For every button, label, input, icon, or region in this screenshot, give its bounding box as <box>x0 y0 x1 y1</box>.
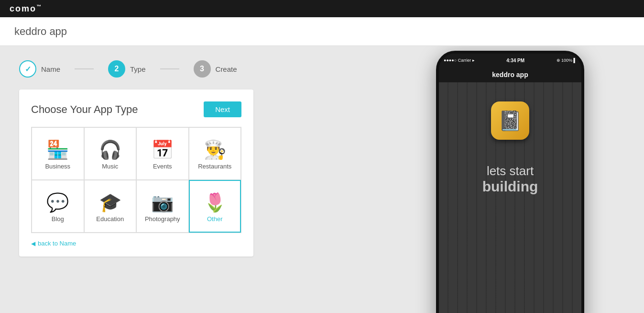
business-icon: 🏪 <box>46 141 69 159</box>
events-icon: 📅 <box>151 141 174 159</box>
app-type-music[interactable]: 🎧 Music <box>84 127 137 180</box>
step-type-label: Type <box>130 65 146 73</box>
blog-label: Blog <box>52 215 64 223</box>
app-type-restaurants[interactable]: 👨‍🍳 Restaurants <box>189 127 241 180</box>
app-type-business[interactable]: 🏪 Business <box>32 127 84 180</box>
main-content: ✓ Name 2 Type 3 Create Choose Your App T… <box>0 46 644 313</box>
step-create-label: Create <box>216 65 237 73</box>
card-title: Choose Your App Type <box>31 103 138 116</box>
step-name-circle: ✓ <box>19 60 36 78</box>
step-separator-2 <box>160 68 179 69</box>
app-type-other[interactable]: 🌷 Other <box>189 180 241 233</box>
phone-building-text: building <box>482 179 538 195</box>
wizard-steps: ✓ Name 2 Type 3 Create <box>19 60 357 78</box>
music-label: Music <box>102 163 118 170</box>
logo: como™ <box>10 4 42 14</box>
phone-status-bar: ●●●●○ Carrier ▸ 4:34 PM ⊕ 100% ▌ <box>439 54 581 67</box>
other-icon: 🌷 <box>204 193 226 212</box>
phone-app-name: keddro app <box>492 71 528 78</box>
app-type-card: Choose Your App Type Next 🏪 Business 🎧 M… <box>19 89 253 257</box>
education-label: Education <box>96 215 124 223</box>
back-arrow-icon: ◀ <box>31 240 35 247</box>
top-navigation-bar: como™ <box>0 0 644 17</box>
phone-battery: ⊕ 100% ▌ <box>557 58 577 63</box>
left-panel: ✓ Name 2 Type 3 Create Choose Your App T… <box>0 46 376 313</box>
app-type-education[interactable]: 🎓 Education <box>84 180 137 233</box>
back-link-label: back to Name <box>38 240 76 247</box>
phone-app-icon: 📓 <box>491 101 529 140</box>
other-label: Other <box>207 215 223 223</box>
education-icon: 🎓 <box>99 193 121 212</box>
phone-mockup-panel: ●●●●○ Carrier ▸ 4:34 PM ⊕ 100% ▌ keddro … <box>376 46 644 313</box>
phone-lets-text: lets start <box>487 164 534 179</box>
step-create: 3 Create <box>194 60 237 78</box>
photography-icon: 📷 <box>151 193 174 212</box>
step-create-circle: 3 <box>194 60 211 78</box>
phone-carrier: ●●●●○ Carrier ▸ <box>444 58 475 63</box>
blog-icon: 💬 <box>46 193 69 212</box>
card-header: Choose Your App Type Next <box>31 101 241 117</box>
step-name-label: Name <box>41 65 60 73</box>
phone-content-area: 📓 lets start building <box>439 82 581 313</box>
restaurants-icon: 👨‍🍳 <box>204 141 226 159</box>
photography-label: Photography <box>145 215 180 223</box>
step-type: 2 Type <box>108 60 146 78</box>
phone-mockup: ●●●●○ Carrier ▸ 4:34 PM ⊕ 100% ▌ keddro … <box>436 51 584 313</box>
restaurants-label: Restaurants <box>198 163 231 170</box>
business-label: Business <box>45 163 70 170</box>
app-type-events[interactable]: 📅 Events <box>136 127 189 180</box>
step-type-circle: 2 <box>108 60 125 78</box>
events-label: Events <box>153 163 172 170</box>
phone-time: 4:34 PM <box>506 58 524 63</box>
step-name: ✓ Name <box>19 60 60 78</box>
step-separator-1 <box>75 68 94 69</box>
phone-app-header: keddro app <box>439 67 581 82</box>
app-title: keddro app <box>14 25 67 38</box>
app-type-photography[interactable]: 📷 Photography <box>136 180 189 233</box>
app-type-grid: 🏪 Business 🎧 Music 📅 Events 👨‍🍳 Restaura… <box>31 127 241 233</box>
next-button[interactable]: Next <box>204 101 241 117</box>
app-type-blog[interactable]: 💬 Blog <box>32 180 84 233</box>
music-icon: 🎧 <box>99 141 121 159</box>
back-to-name-link[interactable]: ◀ back to Name <box>31 240 241 247</box>
sub-header: keddro app <box>0 17 644 46</box>
